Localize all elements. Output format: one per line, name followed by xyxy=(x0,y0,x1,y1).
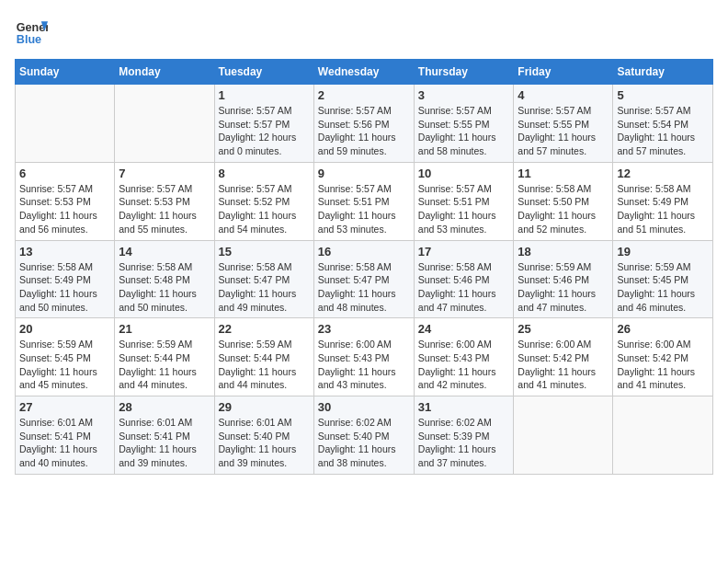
calendar-cell: 14Sunrise: 5:58 AM Sunset: 5:48 PM Dayli… xyxy=(115,240,214,318)
weekday-header: Thursday xyxy=(414,60,514,85)
day-number: 27 xyxy=(19,400,110,414)
day-detail: Sunrise: 5:58 AM Sunset: 5:49 PM Dayligh… xyxy=(617,182,709,236)
day-detail: Sunrise: 5:58 AM Sunset: 5:49 PM Dayligh… xyxy=(19,260,110,315)
weekday-header: Monday xyxy=(115,60,214,85)
day-number: 30 xyxy=(318,400,410,414)
calendar-cell: 17Sunrise: 5:58 AM Sunset: 5:46 PM Dayli… xyxy=(414,240,514,318)
page-header: General Blue xyxy=(15,15,713,48)
calendar-cell: 5Sunrise: 5:57 AM Sunset: 5:54 PM Daylig… xyxy=(613,85,713,163)
calendar-cell: 25Sunrise: 6:00 AM Sunset: 5:42 PM Dayli… xyxy=(514,318,613,396)
day-number: 12 xyxy=(617,167,709,180)
day-detail: Sunrise: 5:59 AM Sunset: 5:45 PM Dayligh… xyxy=(19,338,110,392)
day-detail: Sunrise: 5:58 AM Sunset: 5:47 PM Dayligh… xyxy=(318,260,410,315)
day-number: 22 xyxy=(219,322,310,336)
day-number: 21 xyxy=(119,322,210,336)
day-detail: Sunrise: 5:57 AM Sunset: 5:57 PM Dayligh… xyxy=(219,104,310,158)
day-number: 1 xyxy=(219,88,310,102)
day-number: 13 xyxy=(19,245,110,259)
logo-icon: General Blue xyxy=(15,15,48,48)
calendar-cell: 21Sunrise: 5:59 AM Sunset: 5:44 PM Dayli… xyxy=(115,318,214,396)
calendar-cell: 29Sunrise: 6:01 AM Sunset: 5:40 PM Dayli… xyxy=(214,396,313,475)
weekday-header: Tuesday xyxy=(214,60,313,85)
day-number: 5 xyxy=(617,88,709,102)
calendar-header-row: SundayMondayTuesdayWednesdayThursdayFrid… xyxy=(16,60,713,85)
day-number: 14 xyxy=(119,245,210,259)
day-detail: Sunrise: 5:59 AM Sunset: 5:44 PM Dayligh… xyxy=(219,338,310,392)
day-number: 10 xyxy=(418,167,510,180)
svg-text:Blue: Blue xyxy=(17,33,41,46)
day-detail: Sunrise: 5:57 AM Sunset: 5:51 PM Dayligh… xyxy=(418,182,510,236)
calendar-cell: 24Sunrise: 6:00 AM Sunset: 5:43 PM Dayli… xyxy=(414,318,514,396)
day-detail: Sunrise: 6:01 AM Sunset: 5:41 PM Dayligh… xyxy=(119,416,210,470)
day-detail: Sunrise: 6:02 AM Sunset: 5:40 PM Dayligh… xyxy=(318,416,410,470)
calendar-cell xyxy=(613,396,713,475)
calendar-cell: 13Sunrise: 5:58 AM Sunset: 5:49 PM Dayli… xyxy=(16,240,115,318)
weekday-header: Sunday xyxy=(16,60,115,85)
day-number: 8 xyxy=(219,167,310,180)
day-number: 9 xyxy=(318,167,410,180)
weekday-header: Friday xyxy=(514,60,613,85)
calendar-week-row: 6Sunrise: 5:57 AM Sunset: 5:53 PM Daylig… xyxy=(16,162,713,240)
weekday-header: Saturday xyxy=(613,60,713,85)
calendar-cell: 31Sunrise: 6:02 AM Sunset: 5:39 PM Dayli… xyxy=(414,396,514,475)
calendar-body: 1Sunrise: 5:57 AM Sunset: 5:57 PM Daylig… xyxy=(16,85,713,475)
day-detail: Sunrise: 5:59 AM Sunset: 5:46 PM Dayligh… xyxy=(518,260,609,315)
calendar-week-row: 13Sunrise: 5:58 AM Sunset: 5:49 PM Dayli… xyxy=(16,240,713,318)
day-detail: Sunrise: 5:57 AM Sunset: 5:56 PM Dayligh… xyxy=(318,104,410,158)
day-number: 23 xyxy=(318,322,410,336)
day-number: 7 xyxy=(119,167,210,180)
day-detail: Sunrise: 5:57 AM Sunset: 5:52 PM Dayligh… xyxy=(219,182,310,236)
calendar-cell xyxy=(16,85,115,163)
calendar-cell: 2Sunrise: 5:57 AM Sunset: 5:56 PM Daylig… xyxy=(313,85,414,163)
day-detail: Sunrise: 5:58 AM Sunset: 5:47 PM Dayligh… xyxy=(219,260,310,315)
day-detail: Sunrise: 5:58 AM Sunset: 5:50 PM Dayligh… xyxy=(518,182,609,236)
calendar-week-row: 20Sunrise: 5:59 AM Sunset: 5:45 PM Dayli… xyxy=(16,318,713,396)
day-detail: Sunrise: 5:57 AM Sunset: 5:55 PM Dayligh… xyxy=(418,104,510,158)
calendar-cell: 12Sunrise: 5:58 AM Sunset: 5:49 PM Dayli… xyxy=(613,162,713,240)
calendar-cell: 10Sunrise: 5:57 AM Sunset: 5:51 PM Dayli… xyxy=(414,162,514,240)
day-detail: Sunrise: 5:57 AM Sunset: 5:53 PM Dayligh… xyxy=(19,182,110,236)
day-detail: Sunrise: 5:57 AM Sunset: 5:54 PM Dayligh… xyxy=(617,104,709,158)
day-number: 31 xyxy=(418,400,510,414)
calendar-cell: 7Sunrise: 5:57 AM Sunset: 5:53 PM Daylig… xyxy=(115,162,214,240)
logo: General Blue xyxy=(15,15,51,48)
day-number: 26 xyxy=(617,322,709,336)
day-number: 24 xyxy=(418,322,510,336)
day-detail: Sunrise: 5:57 AM Sunset: 5:55 PM Dayligh… xyxy=(518,104,609,158)
day-detail: Sunrise: 5:57 AM Sunset: 5:53 PM Dayligh… xyxy=(119,182,210,236)
calendar-cell: 6Sunrise: 5:57 AM Sunset: 5:53 PM Daylig… xyxy=(16,162,115,240)
calendar-cell: 30Sunrise: 6:02 AM Sunset: 5:40 PM Dayli… xyxy=(313,396,414,475)
calendar-cell: 22Sunrise: 5:59 AM Sunset: 5:44 PM Dayli… xyxy=(214,318,313,396)
calendar-cell: 26Sunrise: 6:00 AM Sunset: 5:42 PM Dayli… xyxy=(613,318,713,396)
day-detail: Sunrise: 5:59 AM Sunset: 5:45 PM Dayligh… xyxy=(617,260,709,315)
day-number: 3 xyxy=(418,88,510,102)
day-number: 19 xyxy=(617,245,709,259)
calendar-cell: 28Sunrise: 6:01 AM Sunset: 5:41 PM Dayli… xyxy=(115,396,214,475)
day-number: 17 xyxy=(418,245,510,259)
calendar-week-row: 27Sunrise: 6:01 AM Sunset: 5:41 PM Dayli… xyxy=(16,396,713,475)
day-number: 4 xyxy=(518,88,609,102)
calendar-cell: 8Sunrise: 5:57 AM Sunset: 5:52 PM Daylig… xyxy=(214,162,313,240)
day-detail: Sunrise: 6:02 AM Sunset: 5:39 PM Dayligh… xyxy=(418,416,510,470)
day-number: 2 xyxy=(318,88,410,102)
calendar-cell: 9Sunrise: 5:57 AM Sunset: 5:51 PM Daylig… xyxy=(313,162,414,240)
day-number: 18 xyxy=(518,245,609,259)
calendar-cell xyxy=(514,396,613,475)
day-detail: Sunrise: 6:00 AM Sunset: 5:42 PM Dayligh… xyxy=(518,338,609,392)
day-number: 20 xyxy=(19,322,110,336)
calendar-cell: 19Sunrise: 5:59 AM Sunset: 5:45 PM Dayli… xyxy=(613,240,713,318)
calendar-cell: 3Sunrise: 5:57 AM Sunset: 5:55 PM Daylig… xyxy=(414,85,514,163)
day-number: 28 xyxy=(119,400,210,414)
day-number: 25 xyxy=(518,322,609,336)
calendar-cell: 20Sunrise: 5:59 AM Sunset: 5:45 PM Dayli… xyxy=(16,318,115,396)
calendar-cell xyxy=(115,85,214,163)
calendar-cell: 4Sunrise: 5:57 AM Sunset: 5:55 PM Daylig… xyxy=(514,85,613,163)
calendar-week-row: 1Sunrise: 5:57 AM Sunset: 5:57 PM Daylig… xyxy=(16,85,713,163)
day-number: 6 xyxy=(19,167,110,180)
day-number: 15 xyxy=(219,245,310,259)
day-number: 11 xyxy=(518,167,609,180)
calendar-cell: 11Sunrise: 5:58 AM Sunset: 5:50 PM Dayli… xyxy=(514,162,613,240)
day-detail: Sunrise: 6:00 AM Sunset: 5:43 PM Dayligh… xyxy=(318,338,410,392)
day-detail: Sunrise: 5:58 AM Sunset: 5:48 PM Dayligh… xyxy=(119,260,210,315)
day-detail: Sunrise: 5:58 AM Sunset: 5:46 PM Dayligh… xyxy=(418,260,510,315)
